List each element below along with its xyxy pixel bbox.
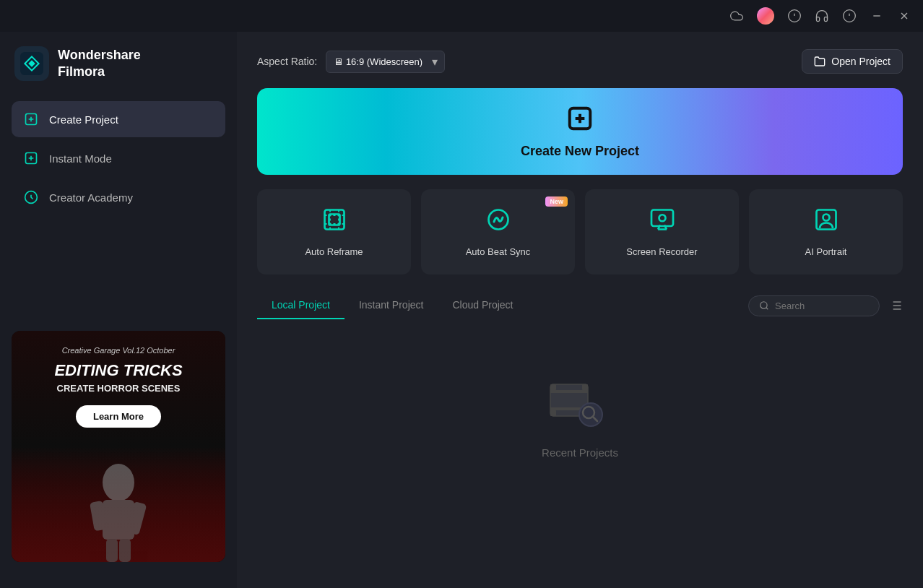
screen-recorder-label: Screen Recorder (626, 246, 697, 257)
svg-point-6 (103, 464, 134, 501)
sidebar-item-label-create-project: Create Project (49, 113, 118, 126)
folder-icon (814, 56, 826, 67)
open-project-button[interactable]: Open Project (802, 49, 903, 74)
banner-figure (12, 446, 225, 562)
tab-instant-project[interactable]: Instant Project (344, 292, 438, 319)
new-badge: New (545, 196, 568, 207)
search-input[interactable] (775, 301, 869, 311)
upload-icon[interactable] (787, 9, 802, 23)
headphones-icon[interactable] (815, 9, 829, 23)
create-new-project-label: Create New Project (521, 144, 639, 159)
main-layout: Wondershare Filmora Create Project Insta… (0, 32, 923, 588)
topbar: Aspect Ratio: 🖥 16:9 (Widescreen) 📱 9:16… (257, 49, 903, 74)
screen-recorder-icon (649, 207, 675, 238)
svg-point-17 (659, 215, 665, 221)
svg-rect-22 (550, 390, 588, 393)
svg-rect-26 (550, 410, 556, 416)
aspect-ratio-section: Aspect Ratio: 🖥 16:9 (Widescreen) 📱 9:16… (257, 51, 445, 73)
sidebar-banner[interactable]: Creative Garage Vol.12 October EDITING T… (12, 331, 225, 562)
svg-point-19 (823, 215, 829, 221)
banner-subtitle: CREATE HORROR SCENES (57, 383, 181, 394)
app-logo: Wondershare Filmora (0, 46, 237, 101)
sidebar-item-label-instant-mode: Instant Mode (49, 152, 112, 165)
ai-portrait-label: AI Portrait (805, 246, 847, 257)
banner-learn-more-button[interactable]: Learn More (76, 405, 161, 428)
tool-card-auto-beat-sync[interactable]: New Auto Beat Sync (421, 189, 575, 274)
sidebar-nav: Create Project Instant Mode Creator Acad… (0, 101, 237, 215)
aspect-ratio-select[interactable]: 🖥 16:9 (Widescreen) 📱 9:16 (Vertical) ⬜ … (326, 51, 445, 73)
search-icon (759, 301, 769, 311)
creator-academy-icon (23, 189, 39, 205)
logo-icon (14, 46, 49, 81)
list-view-icon (888, 298, 903, 313)
titlebar (0, 0, 923, 32)
banner-title: EDITING TRICKS (54, 362, 182, 379)
minimize-button[interactable] (870, 9, 884, 23)
info-icon[interactable] (842, 9, 857, 23)
project-tabs: Local Project Instant Project Cloud Proj… (257, 292, 748, 319)
svg-rect-16 (651, 210, 673, 227)
film-icon (547, 377, 605, 428)
tab-local-project[interactable]: Local Project (257, 292, 344, 319)
tool-cards-grid: Auto Reframe New Auto Beat Sync (257, 189, 903, 274)
close-button[interactable] (897, 9, 911, 23)
search-box[interactable] (748, 295, 880, 316)
empty-state-icon (547, 377, 612, 435)
sidebar: Wondershare Filmora Create Project Insta… (0, 32, 237, 588)
svg-rect-25 (582, 384, 588, 390)
tab-cloud-project[interactable]: Cloud Project (438, 292, 527, 319)
svg-rect-11 (119, 539, 131, 562)
banner-subtitle-small: Creative Garage Vol.12 October (62, 345, 176, 356)
tool-card-screen-recorder[interactable]: Screen Recorder (585, 189, 739, 274)
svg-point-20 (760, 302, 767, 308)
svg-rect-24 (550, 384, 556, 390)
svg-rect-10 (106, 539, 118, 562)
sidebar-item-instant-mode[interactable]: Instant Mode (12, 140, 225, 176)
cloud-icon[interactable] (729, 9, 744, 23)
list-view-button[interactable] (888, 298, 903, 313)
create-project-plus-icon (566, 105, 594, 138)
instant-mode-icon (23, 150, 39, 166)
empty-state: Recent Projects (257, 334, 903, 502)
sidebar-item-label-creator-academy: Creator Academy (49, 191, 133, 204)
open-project-label: Open Project (831, 56, 890, 67)
auto-beat-sync-label: Auto Beat Sync (466, 246, 531, 257)
tool-card-ai-portrait[interactable]: AI Portrait (749, 189, 903, 274)
auto-reframe-icon (321, 207, 347, 238)
auto-beat-sync-icon (485, 207, 511, 238)
empty-state-label: Recent Projects (542, 446, 618, 459)
aspect-ratio-select-wrapper[interactable]: 🖥 16:9 (Widescreen) 📱 9:16 (Vertical) ⬜ … (326, 51, 445, 73)
user-avatar[interactable] (757, 7, 774, 25)
tool-card-auto-reframe[interactable]: Auto Reframe (257, 189, 411, 274)
sidebar-item-create-project[interactable]: Create Project (12, 101, 225, 137)
aspect-ratio-label: Aspect Ratio: (257, 56, 317, 67)
auto-reframe-label: Auto Reframe (305, 246, 363, 257)
create-project-icon (23, 111, 39, 127)
svg-rect-13 (324, 210, 344, 230)
main-content: Aspect Ratio: 🖥 16:9 (Widescreen) 📱 9:16… (237, 32, 923, 588)
ai-portrait-icon (813, 207, 839, 238)
sidebar-item-creator-academy[interactable]: Creator Academy (12, 179, 225, 215)
create-new-project-banner[interactable]: Create New Project (257, 88, 903, 175)
project-tabs-row: Local Project Instant Project Cloud Proj… (257, 292, 903, 319)
app-name: Wondershare Filmora (58, 47, 141, 81)
